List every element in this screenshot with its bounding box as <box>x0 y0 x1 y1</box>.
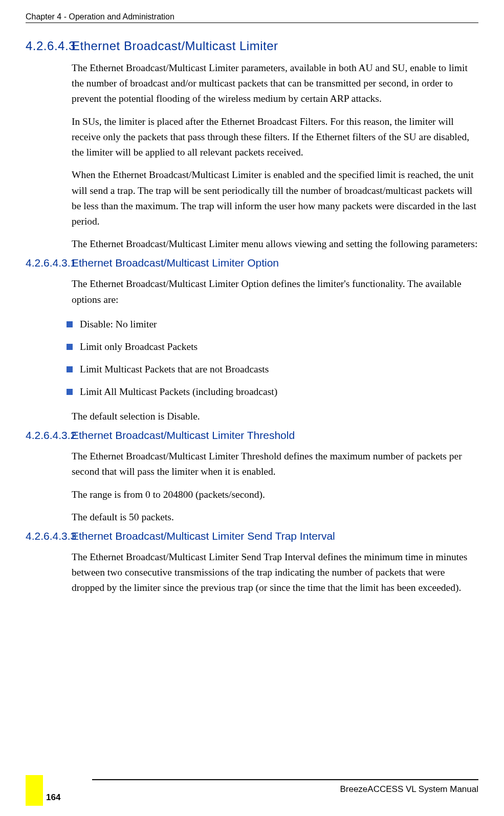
section-title: Ethernet Broadcast/Multicast Limiter <box>72 39 278 53</box>
footer-manual-title: BreezeACCESS VL System Manual <box>340 784 478 795</box>
paragraph: The Ethernet Broadcast/Multicast Limiter… <box>72 276 478 307</box>
list-item-text: Limit All Multicast Packets (including b… <box>80 386 277 398</box>
paragraph: The default selection is Disable. <box>72 409 478 424</box>
page-marker-highlight <box>26 775 43 806</box>
list-item: Limit Multicast Packets that are not Bro… <box>67 364 478 375</box>
subsection-title: Ethernet Broadcast/Multicast Limiter Thr… <box>72 429 295 441</box>
paragraph: In SUs, the limiter is placed after the … <box>72 114 478 161</box>
paragraph: The Ethernet Broadcast/Multicast Limiter… <box>72 549 478 596</box>
subsection-title: Ethernet Broadcast/Multicast Limiter Sen… <box>72 530 335 542</box>
list-item-text: Disable: No limiter <box>80 319 157 330</box>
paragraph: The Ethernet Broadcast/Multicast Limiter… <box>72 60 478 107</box>
list-item-text: Limit only Broadcast Packets <box>80 341 198 352</box>
subsection-number: 4.2.6.4.3.1 <box>26 257 76 269</box>
bullet-icon <box>67 366 73 372</box>
list-item: Limit All Multicast Packets (including b… <box>67 386 478 398</box>
page-number: 164 <box>46 792 60 803</box>
header-rule <box>26 23 478 23</box>
subsection-number: 4.2.6.4.3.2 <box>26 429 76 441</box>
paragraph: When the Ethernet Broadcast/Multicast Li… <box>72 167 478 229</box>
paragraph: The default is 50 packets. <box>72 510 478 525</box>
bullet-icon <box>67 344 73 350</box>
subsection-title: Ethernet Broadcast/Multicast Limiter Opt… <box>72 257 279 269</box>
list-item-text: Limit Multicast Packets that are not Bro… <box>80 364 269 375</box>
list-item: Disable: No limiter <box>67 319 478 330</box>
bullet-icon <box>67 321 73 327</box>
list-item: Limit only Broadcast Packets <box>67 341 478 352</box>
paragraph: The range is from 0 to 204800 (packets/s… <box>72 487 478 502</box>
paragraph: The Ethernet Broadcast/Multicast Limiter… <box>72 236 478 252</box>
footer-rule <box>92 779 478 780</box>
section-number: 4.2.6.4.3 <box>26 39 76 53</box>
running-header: Chapter 4 - Operation and Administration <box>26 12 478 21</box>
paragraph: The Ethernet Broadcast/Multicast Limiter… <box>72 449 478 479</box>
bullet-icon <box>67 389 73 395</box>
subsection-number: 4.2.6.4.3.3 <box>26 530 76 542</box>
